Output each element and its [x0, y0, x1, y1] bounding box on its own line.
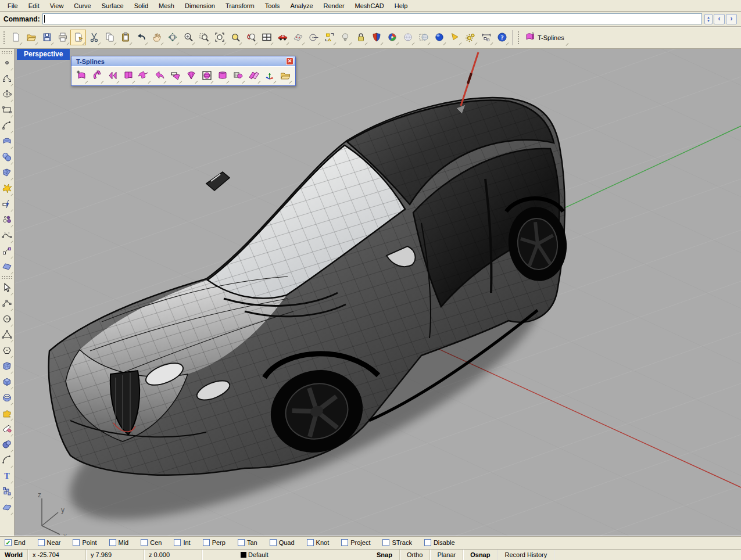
viewport-perspective[interactable]: z y x Perspective T-Splines ✕ — [15, 49, 741, 536]
checkbox-knot[interactable] — [307, 539, 314, 546]
viewport-canvas[interactable]: z y x — [15, 49, 741, 536]
command-next-button[interactable]: › — [726, 14, 737, 24]
status-pane-osnap[interactable]: Osnap — [463, 550, 497, 560]
side-toolbar-button-plane-surface[interactable] — [1, 500, 14, 515]
toolbar-button-save-file[interactable] — [39, 30, 55, 45]
status-pane-ortho[interactable]: Ortho — [400, 550, 431, 560]
toolbar-button-tsplines[interactable]: T-Splines — [522, 30, 570, 46]
side-toolbar-button-loft-surface[interactable] — [1, 134, 14, 149]
toolbar-button-osnap-settings[interactable] — [321, 30, 337, 45]
cplane-world-button[interactable]: World — [0, 550, 28, 560]
osnap-checkbox-project[interactable]: Project — [341, 539, 370, 546]
tsplines-button-ts-extrude-face[interactable] — [168, 69, 183, 84]
menu-item-view[interactable]: View — [45, 1, 69, 10]
toolbar-button-rendered-viewport[interactable] — [431, 30, 447, 45]
osnap-checkbox-perp[interactable]: Perp — [203, 539, 225, 546]
toolbar-button-cut[interactable] — [86, 30, 102, 45]
side-toolbar-button-ellipse[interactable] — [1, 87, 14, 102]
tsplines-button-ts-insert-axes[interactable] — [262, 69, 277, 84]
tsplines-button-ts-open-toolbar[interactable] — [278, 69, 293, 84]
side-toolbar-button-blend-curves[interactable] — [1, 228, 14, 243]
toolbar-button-copy[interactable] — [102, 30, 117, 45]
current-layer-chip[interactable]: Default — [236, 550, 323, 560]
toolbar-button-undo-view-change[interactable] — [243, 30, 259, 45]
side-toolbar-button-trim[interactable] — [1, 421, 14, 437]
checkbox-project[interactable] — [341, 539, 348, 546]
tsplines-button-ts-panel[interactable] — [121, 69, 136, 84]
status-pane-planar[interactable]: Planar — [430, 550, 463, 560]
side-toolbar-button-mesh-polygon[interactable] — [1, 165, 14, 181]
toolbar-button-lock-objects[interactable] — [353, 30, 368, 45]
toolbar-button-copy-to-clipboard[interactable] — [70, 30, 86, 45]
side-toolbar-button-move-copy[interactable] — [1, 243, 14, 259]
toolbar-button-zoom-selected[interactable] — [227, 30, 243, 45]
menu-item-dimension[interactable]: Dimension — [180, 1, 220, 10]
toolbar-button-color-wheel[interactable] — [384, 30, 400, 45]
checkbox-disable[interactable] — [424, 539, 431, 546]
osnap-checkbox-int[interactable]: Int — [174, 539, 190, 546]
menu-item-surface[interactable]: Surface — [96, 1, 129, 10]
menu-item-help[interactable]: Help — [389, 1, 413, 10]
checkbox-perp[interactable] — [203, 539, 210, 546]
tsplines-button-ts-symmetry[interactable] — [105, 69, 120, 84]
toolbar-button-area-hatch[interactable] — [290, 30, 306, 45]
toolbar-button-spotlight[interactable] — [447, 30, 463, 45]
toolbar-button-layer-light[interactable] — [337, 30, 353, 45]
toolbar-button-orient-on-curve[interactable] — [306, 30, 321, 45]
checkbox-end[interactable]: ✓ — [5, 539, 12, 546]
toolbar-button-shaded-viewport[interactable] — [368, 30, 384, 45]
menu-item-analyze[interactable]: Analyze — [285, 1, 318, 10]
command-history-spinner[interactable]: ▲▼ — [704, 14, 713, 24]
menu-item-file[interactable]: File — [2, 1, 23, 10]
side-toolbar-button-boolean-union[interactable] — [1, 405, 14, 421]
side-toolbar-button-edit-control-points[interactable] — [1, 296, 14, 311]
osnap-checkbox-quad[interactable]: Quad — [270, 539, 295, 546]
side-toolbar-button-polygon-triangle[interactable] — [1, 327, 14, 343]
side-toolbar-button-split[interactable] — [1, 196, 14, 212]
side-toolbar-button-point[interactable] — [1, 55, 14, 71]
checkbox-strack[interactable] — [382, 539, 389, 546]
checkbox-tan[interactable] — [238, 539, 245, 546]
tsplines-button-ts-crease[interactable] — [137, 69, 152, 84]
osnap-checkbox-tan[interactable]: Tan — [238, 539, 257, 546]
osnap-checkbox-near[interactable]: Near — [38, 539, 61, 546]
side-toolbar-grip[interactable] — [1, 51, 13, 54]
tsplines-button-ts-new-surface[interactable] — [74, 69, 89, 84]
toolbar-button-zoom-dynamic[interactable] — [180, 30, 196, 45]
toolbar-button-help[interactable]: ? — [494, 30, 510, 45]
side-toolbar-button-spheres[interactable] — [1, 149, 14, 165]
osnap-checkbox-strack[interactable]: STrack — [382, 539, 411, 546]
side-toolbar-button-select[interactable] — [1, 280, 14, 296]
menu-item-tools[interactable]: Tools — [260, 1, 285, 10]
side-toolbar-button-blocks[interactable] — [1, 484, 14, 500]
tsplines-button-ts-bend[interactable] — [152, 69, 167, 84]
car-model[interactable] — [43, 52, 570, 536]
tsplines-button-ts-weld[interactable] — [231, 69, 246, 84]
side-toolbar-button-boolean-spheres[interactable] — [1, 437, 14, 453]
status-pane-record-history[interactable]: Record History — [497, 550, 554, 560]
tsplines-button-ts-duplicate-faces[interactable] — [246, 69, 262, 84]
toolbar-button-named-views-car[interactable] — [274, 30, 290, 45]
side-toolbar-button-shear[interactable] — [1, 259, 14, 275]
toolbar-button-viewport-layout[interactable] — [259, 30, 274, 45]
side-toolbar-button-torus[interactable] — [1, 390, 14, 405]
checkbox-mid[interactable] — [109, 539, 116, 546]
toolbar-grip[interactable] — [3, 31, 6, 45]
toolbar-button-open-file[interactable] — [23, 30, 39, 45]
menu-item-curve[interactable]: Curve — [69, 1, 96, 10]
tsplines-palette-titlebar[interactable]: T-Splines ✕ — [71, 56, 295, 66]
toolbar-button-paste[interactable] — [117, 30, 133, 45]
side-toolbar-button-arc-start-end[interactable] — [1, 453, 14, 468]
checkbox-point[interactable] — [73, 539, 80, 546]
toolbar-button-zoom-window[interactable] — [196, 30, 212, 45]
menu-item-meshcad[interactable]: MeshCAD — [350, 1, 389, 10]
toolbar-button-zoom-extents[interactable] — [212, 30, 227, 45]
osnap-checkbox-knot[interactable]: Knot — [307, 539, 330, 546]
osnap-checkbox-disable[interactable]: Disable — [424, 539, 455, 546]
toolbar-button-xray-viewport[interactable] — [416, 30, 431, 45]
toolbar-button-pan-view[interactable] — [149, 30, 164, 45]
menu-item-edit[interactable]: Edit — [23, 1, 45, 10]
side-toolbar-button-control-point-curve[interactable] — [1, 71, 14, 87]
close-icon[interactable]: ✕ — [286, 58, 293, 65]
side-toolbar-button-arc[interactable] — [1, 118, 14, 134]
